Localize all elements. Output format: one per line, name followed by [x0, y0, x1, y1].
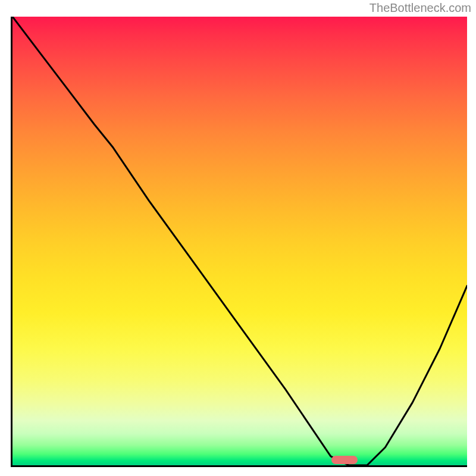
plot-area — [11, 17, 467, 467]
watermark-text: TheBottleneck.com — [369, 1, 471, 15]
bottleneck-curve — [12, 17, 467, 465]
highlight-marker — [331, 456, 358, 464]
curve-svg — [12, 17, 467, 465]
chart-container: TheBottleneck.com — [0, 0, 476, 476]
